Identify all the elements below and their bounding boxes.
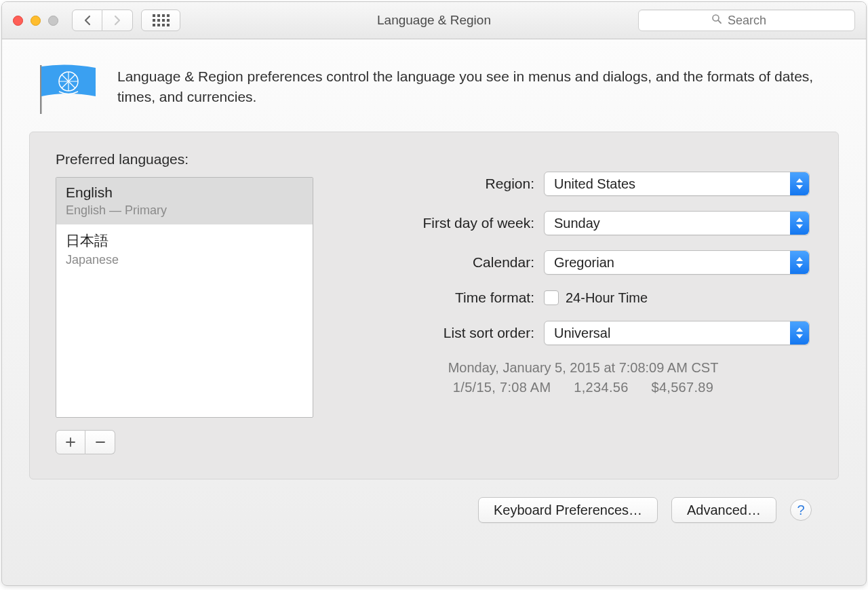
language-item[interactable]: 日本語 Japanese	[56, 224, 313, 274]
language-native-name: 日本語	[66, 231, 303, 250]
plus-icon	[65, 437, 76, 448]
calendar-value: Gregorian	[554, 255, 614, 271]
region-settings-section: Region: United States First day of week:	[354, 151, 812, 454]
titlebar: Language & Region	[2, 2, 866, 39]
intro-section: Language & Region preferences control th…	[29, 58, 839, 132]
content-area: Language & Region preferences control th…	[2, 39, 866, 585]
sample-long-date: Monday, January 5, 2015 at 7:08:09 AM CS…	[354, 360, 812, 376]
list-sort-value: Universal	[554, 326, 610, 341]
preferred-languages-section: Preferred languages: English English — P…	[56, 151, 313, 454]
search-icon	[711, 14, 722, 28]
svg-line-1	[718, 20, 721, 23]
language-native-name: English	[66, 184, 303, 201]
language-item[interactable]: English English — Primary	[56, 178, 313, 224]
search-wrap	[638, 9, 855, 31]
back-button[interactable]	[72, 9, 102, 31]
stepper-arrows-icon	[790, 251, 809, 274]
window-controls	[13, 16, 58, 26]
region-dropdown[interactable]: United States	[544, 172, 810, 196]
preferred-languages-label: Preferred languages:	[56, 151, 313, 168]
preferences-window: Language & Region	[1, 1, 867, 586]
search-input[interactable]	[728, 14, 782, 28]
region-value: United States	[554, 176, 635, 192]
close-window-button[interactable]	[13, 16, 23, 26]
intro-text: Language & Region preferences control th…	[117, 62, 832, 108]
minus-icon	[95, 437, 106, 448]
chevron-left-icon	[83, 15, 92, 26]
stepper-arrows-icon	[790, 321, 809, 345]
calendar-label: Calendar:	[354, 254, 544, 271]
grid-icon	[153, 14, 170, 26]
nav-buttons	[72, 9, 133, 31]
first-day-label: First day of week:	[354, 215, 544, 231]
language-subtitle: Japanese	[66, 253, 303, 267]
24-hour-checkbox[interactable]	[544, 290, 559, 305]
list-sort-dropdown[interactable]: Universal	[544, 321, 810, 345]
first-day-dropdown[interactable]: Sunday	[544, 211, 810, 235]
chevron-right-icon	[113, 15, 121, 26]
footer-actions: Keyboard Preferences… Advanced… ?	[29, 479, 839, 523]
search-field[interactable]	[638, 9, 855, 31]
preferred-languages-list[interactable]: English English — Primary 日本語 Japanese	[56, 177, 313, 418]
time-format-label: Time format:	[354, 290, 544, 306]
forward-button	[102, 9, 133, 31]
region-label: Region:	[354, 176, 544, 192]
un-flag-icon	[33, 62, 96, 113]
show-all-button[interactable]	[141, 9, 180, 31]
sample-number: 1,234.56	[574, 380, 628, 395]
zoom-window-button	[48, 16, 58, 26]
remove-language-button[interactable]	[85, 430, 115, 454]
stepper-arrows-icon	[790, 172, 809, 195]
stepper-arrows-icon	[790, 212, 809, 235]
first-day-value: Sunday	[554, 216, 600, 231]
add-remove-group	[56, 430, 313, 454]
keyboard-preferences-button[interactable]: Keyboard Preferences…	[478, 497, 658, 523]
list-sort-label: List sort order:	[354, 325, 544, 341]
24-hour-checkbox-label: 24-Hour Time	[566, 290, 648, 306]
advanced-button[interactable]: Advanced…	[671, 497, 776, 523]
sample-short-date: 1/5/15, 7:08 AM	[453, 380, 551, 395]
add-language-button[interactable]	[56, 430, 85, 454]
settings-panel: Preferred languages: English English — P…	[29, 132, 839, 479]
calendar-dropdown[interactable]: Gregorian	[544, 250, 810, 275]
sample-currency: $4,567.89	[651, 380, 713, 395]
format-sample: Monday, January 5, 2015 at 7:08:09 AM CS…	[354, 360, 812, 395]
help-button[interactable]: ?	[790, 499, 812, 521]
language-subtitle: English — Primary	[66, 203, 303, 218]
minimize-window-button[interactable]	[31, 16, 41, 26]
